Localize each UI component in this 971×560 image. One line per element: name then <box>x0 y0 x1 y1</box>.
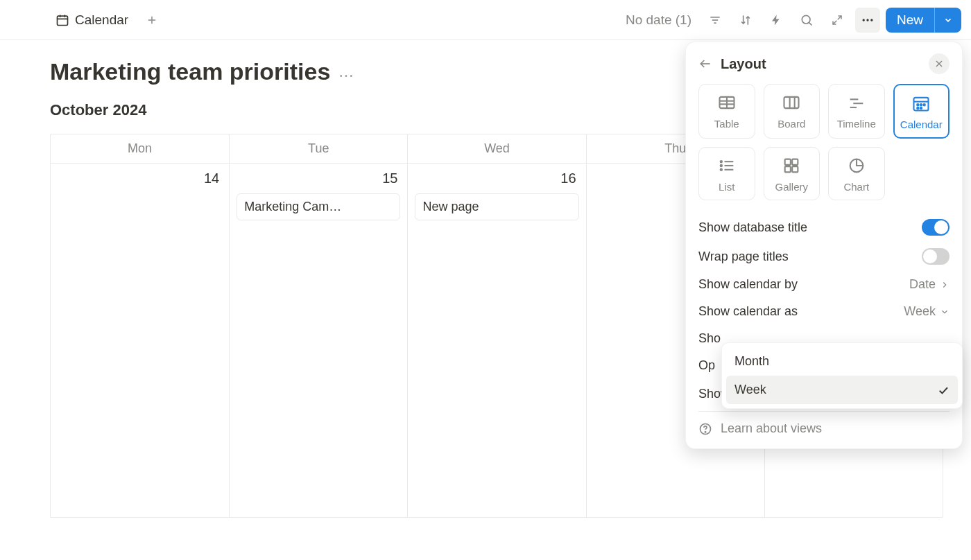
svg-point-36 <box>720 165 721 166</box>
panel-close-button[interactable] <box>929 53 949 74</box>
svg-point-31 <box>924 104 925 105</box>
new-button[interactable]: New <box>886 8 961 33</box>
calendar-cell[interactable]: 16 New page <box>407 164 585 517</box>
learn-about-views-link[interactable]: Learn about views <box>698 412 949 436</box>
toggle[interactable] <box>922 219 949 236</box>
svg-point-29 <box>917 104 918 105</box>
calendar-cell[interactable]: 15 Marketing Cam… <box>229 164 407 517</box>
svg-point-11 <box>862 19 864 21</box>
panel-title: Layout <box>721 56 766 72</box>
toggle[interactable] <box>922 248 949 265</box>
add-view-button[interactable] <box>139 8 164 33</box>
option-show-calendar-as[interactable]: Show calendar as Week <box>698 298 949 325</box>
new-button-chevron[interactable] <box>934 8 961 33</box>
layout-card-gallery[interactable]: Gallery <box>764 147 820 200</box>
svg-rect-43 <box>792 166 798 172</box>
dropdown-item-month[interactable]: Month <box>726 347 958 376</box>
layout-card-board[interactable]: Board <box>764 84 820 139</box>
svg-point-46 <box>705 431 705 432</box>
new-button-label: New <box>886 8 934 33</box>
day-header: Wed <box>407 134 585 163</box>
timeline-icon <box>847 93 866 112</box>
dropdown-item-week[interactable]: Week <box>726 376 958 404</box>
day-header: Mon <box>51 134 229 163</box>
svg-rect-21 <box>784 97 799 108</box>
chevron-right-icon <box>940 280 949 290</box>
table-icon <box>717 93 737 112</box>
gallery-icon <box>782 156 801 175</box>
calendar-icon <box>55 13 69 27</box>
calendar-event[interactable]: New page <box>415 193 578 220</box>
search-button[interactable] <box>794 8 819 33</box>
day-header: Tue <box>229 134 407 163</box>
svg-rect-40 <box>785 159 791 165</box>
layout-card-timeline[interactable]: Timeline <box>828 84 885 139</box>
layout-card-list[interactable]: List <box>698 147 755 200</box>
cell-date: 16 <box>415 170 578 186</box>
no-date-pill[interactable]: No date (1) <box>620 10 697 30</box>
svg-point-13 <box>870 19 873 21</box>
calendar-as-dropdown: Month Week <box>721 342 963 409</box>
calendar-cell[interactable]: 14 <box>51 164 229 517</box>
view-tab-calendar[interactable]: Calendar <box>50 10 134 30</box>
svg-point-12 <box>866 19 868 21</box>
layout-type-grid: Table Board Timeline Calendar List <box>698 84 949 200</box>
svg-point-34 <box>720 161 721 162</box>
automation-button[interactable] <box>764 8 789 33</box>
calendar-event[interactable]: Marketing Cam… <box>237 193 400 220</box>
more-options-button[interactable] <box>855 8 880 33</box>
sort-button[interactable] <box>733 8 758 33</box>
page-title[interactable]: Marketing team priorities <box>50 58 330 85</box>
chevron-down-icon <box>940 307 949 317</box>
page-title-more-icon[interactable]: ⋯ <box>338 67 354 85</box>
toolbar: Calendar No date (1) New <box>0 0 971 40</box>
chart-icon <box>847 156 866 175</box>
option-wrap-page-titles[interactable]: Wrap page titles <box>698 242 949 271</box>
filter-button[interactable] <box>703 8 728 33</box>
month-label: October 2024 <box>50 101 146 119</box>
svg-point-9 <box>802 15 810 24</box>
svg-point-30 <box>920 104 922 105</box>
view-tab-label: Calendar <box>75 12 128 28</box>
svg-point-33 <box>920 107 922 109</box>
list-icon <box>717 156 737 175</box>
svg-point-32 <box>917 107 918 109</box>
layout-card-calendar[interactable]: Calendar <box>893 84 950 139</box>
option-show-calendar-by[interactable]: Show calendar by Date <box>698 271 949 298</box>
panel-back-button[interactable] <box>698 57 712 71</box>
cell-date: 15 <box>237 170 400 186</box>
svg-point-38 <box>720 169 721 170</box>
expand-button[interactable] <box>825 8 850 33</box>
option-show-db-title[interactable]: Show database title <box>698 213 949 242</box>
board-icon <box>782 93 801 112</box>
svg-rect-0 <box>58 16 68 25</box>
layout-card-table[interactable]: Table <box>698 84 755 139</box>
svg-rect-41 <box>792 159 798 165</box>
svg-rect-42 <box>785 166 791 172</box>
help-icon <box>698 422 712 436</box>
svg-line-10 <box>809 22 811 25</box>
layout-card-chart[interactable]: Chart <box>828 147 885 200</box>
cell-date: 14 <box>58 170 222 186</box>
check-icon <box>937 384 949 396</box>
calendar-icon <box>911 94 931 113</box>
